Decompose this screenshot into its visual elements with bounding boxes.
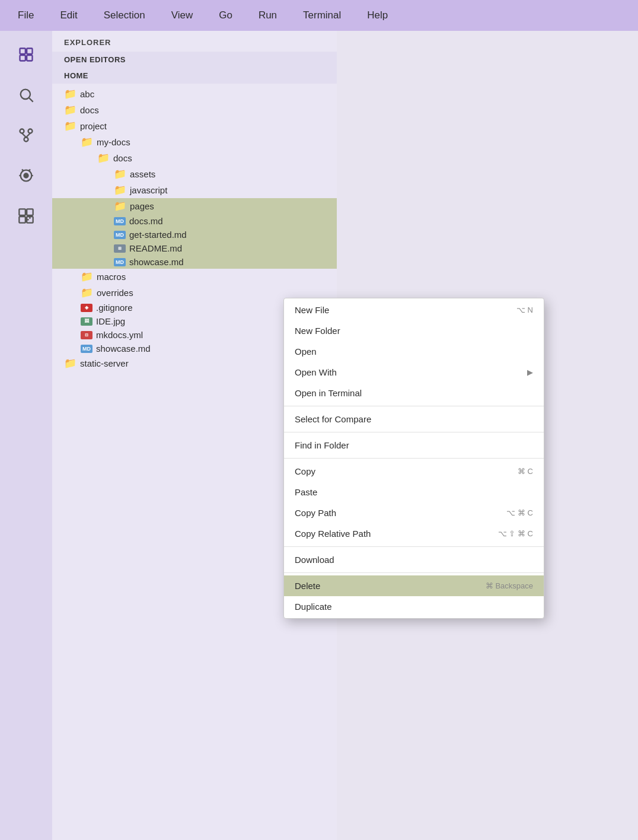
sidebar: EXPLORER OPEN EDITORS HOME 📁 abc 📁 docs … [52,31,337,840]
menu-view[interactable]: View [168,7,197,24]
ctx-open-terminal[interactable]: Open in Terminal [284,383,544,403]
svg-point-7 [28,129,33,133]
ctx-section-1: New File ⌥ N New Folder Open Open With ▶… [284,298,544,405]
svg-rect-0 [20,49,25,54]
svg-line-16 [29,170,30,171]
ctx-section-5: Download [284,548,544,571]
activity-extensions-icon[interactable] [12,202,40,230]
activity-scm-icon[interactable] [12,121,40,149]
tree-item-docs2[interactable]: 📁 docs [52,150,337,166]
tree-item-javascript[interactable]: 📁 javascript [52,182,337,198]
menu-go[interactable]: Go [215,7,236,24]
ctx-select-compare[interactable]: Select for Compare [284,409,544,429]
ctx-new-file[interactable]: New File ⌥ N [284,300,544,320]
svg-line-10 [26,133,30,138]
tree-item-project[interactable]: 📁 project [52,118,337,134]
ctx-section-4: Copy ⌘ C Paste Copy Path ⌥ ⌘ C Copy Rela… [284,460,544,545]
ctx-find-folder[interactable]: Find in Folder [284,435,544,456]
ctx-delete[interactable]: Delete ⌘ Backspace [284,575,544,596]
activity-debug-icon[interactable] [12,161,40,190]
svg-rect-18 [27,209,33,215]
home-header[interactable]: HOME [52,68,337,84]
svg-point-4 [21,90,30,99]
svg-point-6 [20,129,24,133]
tree-item-docs-md[interactable]: MD docs.md [52,214,337,228]
tree-item-assets[interactable]: 📁 assets [52,166,337,182]
tree-item-pages[interactable]: 📁 pages [52,198,337,214]
tree-item-readme-md[interactable]: ⊞ README.md [52,241,337,255]
tree-item-docs[interactable]: 📁 docs [52,102,337,118]
activity-bar [0,31,52,840]
ctx-open[interactable]: Open [284,341,544,362]
menu-terminal[interactable]: Terminal [299,7,344,24]
tree-item-my-docs[interactable]: 📁 my-docs [52,134,337,150]
tree-item-macros[interactable]: 📁 macros [52,269,337,285]
svg-rect-17 [19,209,25,215]
svg-rect-3 [27,55,32,61]
svg-point-8 [24,138,28,142]
ctx-open-with[interactable]: Open With ▶ [284,362,544,383]
activity-search-icon[interactable] [12,81,40,109]
svg-point-14 [24,174,28,178]
ctx-section-6: Delete ⌘ Backspace Duplicate [284,574,544,618]
menu-file[interactable]: File [14,7,37,24]
svg-rect-19 [19,217,25,223]
ctx-section-3: Find in Folder [284,434,544,457]
menubar: File Edit Selection View Go Run Terminal… [0,0,638,31]
main-layout: EXPLORER OPEN EDITORS HOME 📁 abc 📁 docs … [0,31,638,840]
ctx-divider-3 [284,458,544,459]
open-editors-header[interactable]: OPEN EDITORS [52,52,337,68]
ctx-copy-relative-path[interactable]: Copy Relative Path ⌥ ⇧ ⌘ C [284,523,544,544]
svg-rect-1 [27,49,32,54]
ctx-duplicate[interactable]: Duplicate [284,596,544,617]
ctx-paste[interactable]: Paste [284,482,544,502]
menu-selection[interactable]: Selection [100,7,149,24]
ctx-divider-2 [284,432,544,432]
tree-item-get-started-md[interactable]: MD get-started.md [52,228,337,241]
menu-edit[interactable]: Edit [56,7,81,24]
svg-line-9 [22,133,26,138]
tree-item-abc[interactable]: 📁 abc [52,86,337,102]
activity-explorer-icon[interactable] [12,40,40,69]
ctx-new-folder[interactable]: New Folder [284,320,544,341]
ctx-section-2: Select for Compare [284,408,544,431]
svg-rect-2 [20,55,25,61]
context-menu: New File ⌥ N New Folder Open Open With ▶… [283,298,544,619]
explorer-title: EXPLORER [52,31,337,52]
ctx-divider-5 [284,572,544,573]
ctx-divider-4 [284,546,544,547]
ctx-copy[interactable]: Copy ⌘ C [284,461,544,482]
tree-item-showcase-md[interactable]: MD showcase.md [52,255,337,269]
ctx-download[interactable]: Download [284,549,544,570]
ctx-copy-path[interactable]: Copy Path ⌥ ⌘ C [284,502,544,523]
menu-run[interactable]: Run [255,7,280,24]
menu-help[interactable]: Help [363,7,391,24]
ctx-divider-1 [284,406,544,406]
svg-line-5 [29,98,33,101]
svg-line-15 [22,170,23,171]
